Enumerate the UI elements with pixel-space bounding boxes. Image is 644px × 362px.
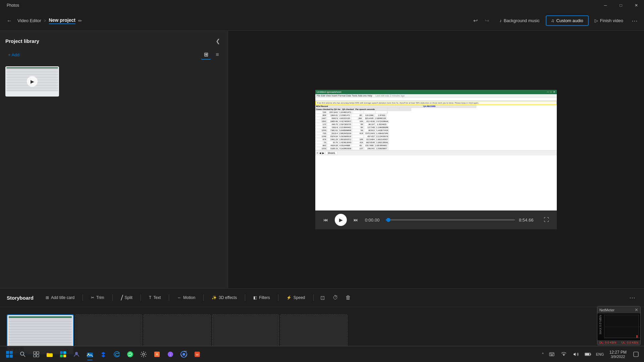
- redo-button[interactable]: ↪: [481, 15, 492, 26]
- netmeter-body: MAX 0.0 MB/s: [597, 313, 640, 340]
- taskbar-dropbox-button[interactable]: [97, 348, 110, 361]
- svg-rect-2: [636, 335, 638, 338]
- taskbar-search-button[interactable]: [16, 348, 30, 361]
- system-clock[interactable]: 12:27 PM 3/9/2022: [607, 350, 629, 359]
- language-indicator[interactable]: ENG: [595, 349, 605, 360]
- svg-rect-6: [37, 352, 39, 354]
- ss-sheet1-tab[interactable]: Sheet1: [325, 151, 337, 155]
- taskbar-fileexplorer-button[interactable]: [43, 348, 56, 361]
- file-explorer-icon: [46, 351, 53, 358]
- taskbar-volume-button[interactable]: [571, 349, 581, 360]
- delete-icon: 🗑: [345, 295, 351, 301]
- ss-tab-addons[interactable]: Add-ons: [358, 95, 367, 97]
- speed-icon: ⚡: [286, 295, 291, 300]
- dropbox-icon: [100, 351, 107, 358]
- collapse-panel-button[interactable]: ❮: [213, 36, 222, 46]
- ss-header-spacer3: [396, 105, 423, 108]
- delete-button[interactable]: 🗑: [343, 293, 353, 303]
- play-button[interactable]: ▶: [335, 214, 347, 226]
- tray-expand-button[interactable]: ^: [541, 351, 545, 357]
- taskbar-whatsapp-button[interactable]: [123, 348, 137, 361]
- ss-tab-file[interactable]: File: [317, 95, 320, 97]
- crop-button[interactable]: ⊡: [318, 293, 328, 303]
- back-button[interactable]: ←: [4, 15, 15, 26]
- taskbar-teams-button[interactable]: [70, 348, 83, 361]
- list-view-button[interactable]: ≡: [212, 50, 222, 60]
- crop-icon: ⊡: [320, 295, 325, 301]
- time-button[interactable]: ⏱: [330, 293, 340, 303]
- more-options-button[interactable]: ⋯: [629, 15, 640, 26]
- ss-tab-help[interactable]: Help: [367, 95, 372, 97]
- 3d-effects-button[interactable]: ✨ 3D effects: [208, 293, 241, 302]
- netmeter-label: NetMeter: [599, 308, 614, 312]
- progress-bar[interactable]: [386, 219, 515, 221]
- taskbar-keyboard-button[interactable]: [546, 349, 557, 360]
- taskbar-battery-button[interactable]: [583, 349, 593, 360]
- undo-button[interactable]: ↩: [470, 15, 481, 26]
- taskbar-photos-button[interactable]: [83, 348, 97, 361]
- undo-icon: ↩: [473, 17, 478, 24]
- notification-button[interactable]: [631, 349, 641, 360]
- thumb-play-button[interactable]: ▶: [27, 76, 38, 87]
- taskbar-app13-button[interactable]: W: [191, 348, 204, 361]
- taskbar-app11-button[interactable]: ♩: [164, 348, 177, 361]
- rewind-button[interactable]: ⏮: [321, 215, 331, 225]
- minimize-button[interactable]: ─: [598, 0, 613, 11]
- trim-button[interactable]: ✂ Trim: [87, 293, 108, 302]
- netmeter-title-bar: NetMeter ✕: [597, 306, 640, 313]
- ss-tab-tools[interactable]: Tools: [352, 95, 357, 97]
- taskbar-network-button[interactable]: [558, 349, 569, 360]
- taskbar-settings-button[interactable]: [137, 348, 150, 361]
- step-button[interactable]: ⏭: [351, 215, 361, 225]
- motion-button[interactable]: ↔ Motion: [173, 293, 199, 302]
- speed-button[interactable]: ⚡ Speed: [282, 293, 309, 302]
- table-row: 6291392.62.21399046190117.5481.196499388: [315, 126, 557, 129]
- ss-formula-bar[interactable]: [315, 98, 557, 101]
- finish-video-button[interactable]: ▷ Finish video: [590, 16, 628, 25]
- svg-rect-28: [550, 353, 551, 354]
- ss-next-sheet[interactable]: ▶: [322, 152, 324, 155]
- taskbar-store-button[interactable]: [56, 348, 70, 361]
- taskbar-chrome-button[interactable]: [177, 348, 191, 361]
- speed-label: Speed: [293, 295, 305, 300]
- app10-icon: A: [153, 351, 161, 358]
- maximize-button[interactable]: □: [613, 0, 629, 11]
- svg-point-3: [20, 352, 24, 355]
- ss-add-sheet[interactable]: +: [317, 152, 318, 154]
- add-media-button[interactable]: + Add: [5, 51, 22, 59]
- ss-prev-sheet[interactable]: ◀: [319, 152, 321, 155]
- ss-close[interactable]: ✕: [553, 90, 555, 94]
- ss-tab-insert[interactable]: Insert: [331, 95, 337, 97]
- taskbar-taskview-button[interactable]: [30, 348, 43, 361]
- ss-tab-edit[interactable]: Edit: [321, 95, 325, 97]
- view-toggle-group: ⊞ ≡: [201, 50, 222, 60]
- edit-project-name-button[interactable]: ✏: [78, 18, 82, 23]
- ss-tab-view[interactable]: View: [326, 95, 331, 97]
- custom-audio-button[interactable]: ♫ Custom audio: [546, 15, 589, 26]
- start-button[interactable]: [3, 348, 16, 361]
- project-name: New project: [49, 17, 75, 24]
- grid-view-button[interactable]: ⊞: [201, 50, 211, 60]
- split-icon: ⧸: [121, 295, 123, 301]
- ss-tab-format[interactable]: Format: [338, 95, 345, 97]
- fullscreen-button[interactable]: ⛶: [541, 215, 551, 225]
- add-title-card-button[interactable]: ⊞ Add title card: [42, 293, 78, 302]
- taskbar-app10-button[interactable]: A: [150, 348, 164, 361]
- separator: [83, 294, 83, 301]
- ss-maximize[interactable]: □: [550, 90, 552, 94]
- netmeter-close-button[interactable]: ✕: [635, 307, 638, 312]
- taskbar-edge-button[interactable]: [110, 348, 123, 361]
- ss-last-edit: Last edit was 2 minutes ago: [376, 95, 405, 97]
- close-button[interactable]: ✕: [629, 0, 644, 11]
- ss-tab-data[interactable]: Data: [346, 95, 351, 97]
- progress-dot[interactable]: [386, 218, 390, 222]
- ss-minimize[interactable]: ─: [547, 90, 549, 94]
- svg-rect-33: [590, 354, 591, 355]
- text-button[interactable]: T Text: [145, 293, 165, 302]
- storyboard-more-button[interactable]: ⋯: [627, 293, 637, 303]
- filters-button[interactable]: ◧ Filters: [249, 293, 274, 302]
- split-button[interactable]: ⧸ Split: [117, 293, 137, 303]
- rewind-icon: ⏮: [323, 217, 328, 223]
- media-thumbnail[interactable]: ▶: [5, 66, 59, 97]
- background-music-button[interactable]: ♪ Background music: [495, 16, 544, 25]
